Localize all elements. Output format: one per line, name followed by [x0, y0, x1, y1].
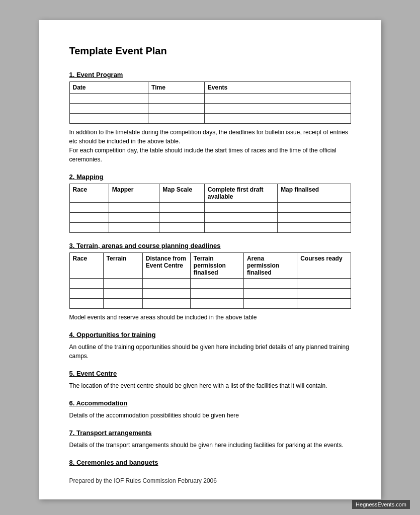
col-map-finalised: Map finalised: [281, 186, 319, 193]
col-arena-permission: Arena permission finalised: [247, 255, 279, 276]
training-body: An outline of the training opportunities…: [69, 342, 351, 361]
section-ceremonies: 8. Ceremonies and banquets: [69, 459, 351, 466]
event-program-note: In addition to the timetable during the …: [69, 128, 351, 164]
page-title: Template Event Plan: [69, 45, 351, 57]
col-terrain-permission: Terrain permission finalised: [194, 255, 226, 276]
col-events: Events: [208, 84, 227, 91]
transport-body: Details of the transport arrangements sh…: [69, 441, 351, 450]
section-training: 4. Opportunities for training An outline…: [69, 331, 351, 361]
footer: Prepared by the IOF Rules Commission Feb…: [69, 477, 217, 484]
event-program-table: Date Time Events: [69, 81, 351, 124]
col-courses-ready: Courses ready: [300, 255, 342, 262]
col-mapper: Mapper: [112, 186, 134, 193]
section-heading-accommodation: 6. Accommodation: [69, 399, 351, 407]
col-race-terrain: Race: [73, 255, 88, 262]
col-date: Date: [73, 84, 86, 91]
col-map-scale: Map Scale: [162, 186, 192, 193]
accommodation-body: Details of the accommodation possibiliti…: [69, 411, 351, 420]
watermark: HegnessEvents.com: [352, 500, 410, 509]
section-heading-training: 4. Opportunities for training: [69, 331, 351, 338]
section-event-program: 1. Event Program Date Time Events In add…: [69, 71, 351, 164]
terrain-table: Race Terrain Distance from Event Centre …: [69, 252, 351, 309]
section-mapping: 2. Mapping Race Mapper Map Scale Complet…: [69, 173, 351, 233]
terrain-note: Model events and reserve areas should be…: [69, 313, 351, 322]
event-centre-body: The location of the event centre should …: [69, 381, 351, 390]
section-accommodation: 6. Accommodation Details of the accommod…: [69, 399, 351, 420]
mapping-table: Race Mapper Map Scale Complete first dra…: [69, 184, 351, 233]
section-terrain: 3. Terrain, arenas and course planning d…: [69, 242, 351, 322]
section-heading-event-program: 1. Event Program: [69, 71, 351, 78]
document-page: Template Event Plan 1. Event Program Dat…: [39, 20, 381, 499]
section-transport: 7. Transport arrangements Details of the…: [69, 429, 351, 450]
section-heading-terrain: 3. Terrain, arenas and course planning d…: [69, 242, 351, 249]
section-heading-event-centre: 5. Event Centre: [69, 370, 351, 377]
col-race: Race: [73, 186, 88, 193]
section-heading-transport: 7. Transport arrangements: [69, 429, 351, 437]
col-distance: Distance from Event Centre: [146, 255, 186, 269]
section-heading-mapping: 2. Mapping: [69, 173, 351, 181]
section-heading-ceremonies: 8. Ceremonies and banquets: [69, 459, 351, 466]
col-terrain: Terrain: [107, 255, 127, 262]
col-complete-first-draft: Complete first draft available: [208, 186, 264, 200]
section-event-centre: 5. Event Centre The location of the even…: [69, 370, 351, 390]
col-time: Time: [151, 84, 165, 91]
